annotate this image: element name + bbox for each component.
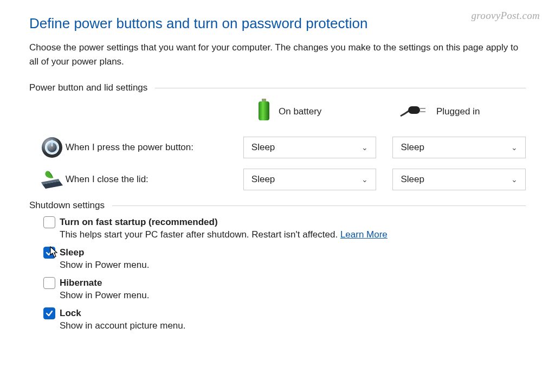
option-lock-label: Lock (60, 308, 81, 319)
plug-icon (399, 102, 429, 121)
column-header-battery-label: On battery (279, 106, 321, 117)
svg-rect-1 (259, 101, 269, 120)
battery-icon (257, 99, 271, 124)
svg-rect-4 (420, 111, 425, 112)
column-header-plugged: Plugged in (399, 99, 526, 124)
select-power-button-plugged[interactable]: Sleep ⌄ (392, 137, 526, 158)
row-close-lid: When I close the lid: Sleep ⌄ Sleep ⌄ (29, 169, 526, 190)
option-sleep: Sleep Show in Power menu. (43, 247, 526, 271)
divider (112, 205, 526, 206)
select-close-lid-plugged[interactable]: Sleep ⌄ (392, 169, 526, 190)
checkbox-fast-startup[interactable] (43, 216, 55, 228)
option-lock-desc: Show in account picture menu. (60, 320, 526, 331)
page-description: Choose the power settings that you want … (29, 41, 526, 68)
option-hibernate-label: Hibernate (60, 278, 102, 288)
option-lock: Lock Show in account picture menu. (43, 307, 526, 331)
svg-rect-3 (420, 108, 425, 109)
option-sleep-desc: Show in Power menu. (60, 260, 526, 271)
row-power-button: When I press the power button: Sleep ⌄ S… (29, 136, 526, 159)
chevron-down-icon: ⌄ (362, 175, 368, 184)
row-power-button-label: When I press the power button: (66, 142, 243, 153)
checkbox-sleep[interactable] (43, 247, 55, 259)
checkbox-lock[interactable] (43, 307, 55, 319)
section-header-shutdown-label: Shutdown settings (29, 200, 105, 211)
option-fast-startup-desc: This helps start your PC faster after sh… (60, 229, 526, 240)
select-power-button-battery-value: Sleep (251, 142, 275, 153)
power-button-icon (39, 136, 66, 159)
svg-rect-2 (408, 106, 420, 114)
chevron-down-icon: ⌄ (362, 143, 368, 152)
section-header-power-lid: Power button and lid settings (29, 82, 526, 93)
checkbox-hibernate[interactable] (43, 277, 55, 289)
section-header-power-lid-label: Power button and lid settings (29, 82, 147, 93)
select-close-lid-battery-value: Sleep (251, 174, 275, 185)
option-hibernate: Hibernate Show in Power menu. (43, 277, 526, 301)
laptop-lid-icon (39, 169, 66, 190)
option-fast-startup-desc-text: This helps start your PC faster after sh… (60, 229, 340, 240)
column-header-battery: On battery (257, 99, 383, 124)
learn-more-link[interactable]: Learn More (340, 229, 388, 240)
page-title: Define power buttons and turn on passwor… (29, 15, 526, 32)
row-close-lid-label: When I close the lid: (66, 174, 243, 185)
watermark-text: groovyPost.com (472, 10, 540, 22)
chevron-down-icon: ⌄ (511, 143, 518, 152)
section-header-shutdown: Shutdown settings (29, 200, 526, 211)
select-power-button-plugged-value: Sleep (401, 142, 424, 153)
option-hibernate-desc: Show in Power menu. (60, 290, 526, 301)
option-fast-startup-label: Turn on fast startup (recommended) (60, 217, 218, 228)
option-fast-startup: Turn on fast startup (recommended) This … (43, 216, 526, 240)
select-power-button-battery[interactable]: Sleep ⌄ (243, 137, 377, 158)
column-header-plugged-label: Plugged in (436, 106, 480, 117)
svg-rect-0 (262, 99, 266, 101)
option-sleep-label: Sleep (60, 247, 84, 258)
chevron-down-icon: ⌄ (511, 175, 518, 184)
divider (155, 88, 526, 88)
select-close-lid-battery[interactable]: Sleep ⌄ (243, 169, 377, 190)
select-close-lid-plugged-value: Sleep (401, 174, 424, 185)
